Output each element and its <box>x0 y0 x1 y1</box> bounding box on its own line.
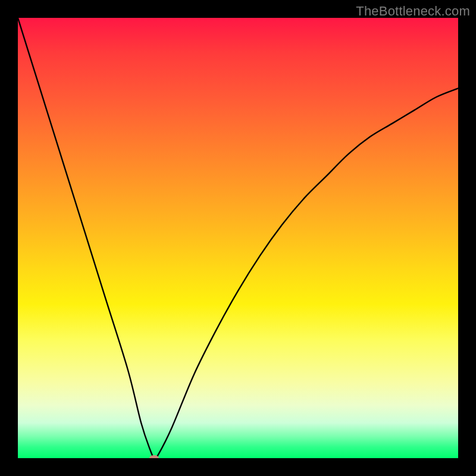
chart-frame: TheBottleneck.com <box>0 0 476 476</box>
bottleneck-curve <box>18 18 458 458</box>
watermark-text: TheBottleneck.com <box>356 4 470 19</box>
plot-area <box>18 18 458 458</box>
optimal-point-marker <box>149 455 159 458</box>
